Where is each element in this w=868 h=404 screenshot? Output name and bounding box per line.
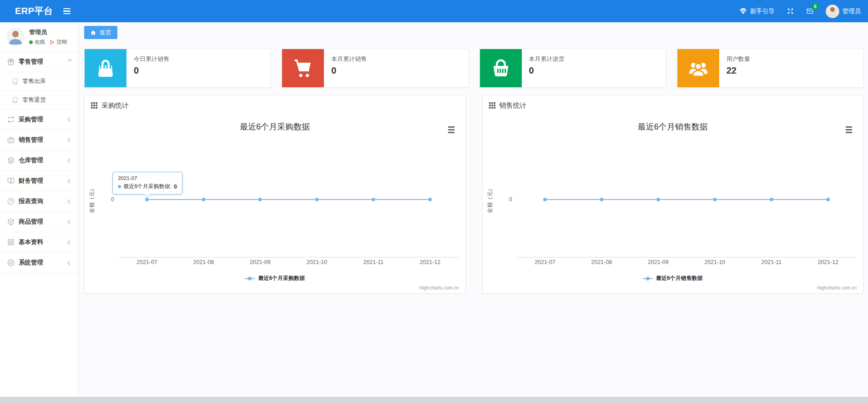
messages-button[interactable]: 0 <box>806 7 814 15</box>
user-name: 管理员 <box>843 7 861 15</box>
repeat-icon <box>7 116 15 123</box>
stat-label: 用户数量 <box>727 55 750 63</box>
book-icon <box>12 97 18 103</box>
svg-text:0: 0 <box>509 196 512 203</box>
tooltip-series-label: 最近6个月采购数据: <box>123 183 172 190</box>
panel-heading: 销售统计 <box>500 101 527 110</box>
tab-home[interactable]: 首页 <box>84 26 117 39</box>
chart-legend-item[interactable]: 最近6个月采购数据 <box>85 274 465 282</box>
series-dot-icon <box>118 185 121 188</box>
purchase-chart: 最近6个月采购数据 2021-072021-082021-092021-1020… <box>85 115 465 293</box>
svg-text:2021-11: 2021-11 <box>363 259 384 265</box>
sidebar-item-finance[interactable]: 财务管理 <box>0 171 78 191</box>
stat-label: 今日累计销售 <box>134 55 169 63</box>
svg-text:2021-08: 2021-08 <box>591 259 612 265</box>
chart-title: 最近6个月采购数据 <box>85 121 465 132</box>
stat-cards-row: 今日累计销售 0 本月累计销售 0 本月累计进货 0 <box>84 49 863 88</box>
pie-chart-icon <box>7 198 15 205</box>
chevron-left-icon <box>68 179 72 183</box>
line-chart-plot: 2021-072021-082021-092021-102021-112021-… <box>85 143 465 274</box>
sidebar-menu: 零售管理 零售出库 零售退货 采购管理 销售管理 仓库管理 <box>0 52 78 273</box>
online-status-label: 在线 <box>35 39 45 45</box>
stat-label: 本月累计进货 <box>529 55 565 63</box>
chevron-down-icon <box>68 59 72 64</box>
user-avatar <box>826 5 839 18</box>
fullscreen-button[interactable] <box>787 7 794 15</box>
box-icon <box>7 218 15 225</box>
chart-credits[interactable]: Highcharts.com.cn <box>817 285 857 290</box>
chart-context-menu-button[interactable] <box>845 125 853 134</box>
gift-icon <box>7 58 15 65</box>
chart-title: 最近6个月销售数据 <box>483 121 863 132</box>
chart-context-menu-button[interactable] <box>447 125 455 134</box>
th-grid-icon <box>489 102 495 109</box>
charts-row: 采购统计 最近6个月采购数据 2021-072021-082021-092021… <box>84 95 863 294</box>
purchase-stats-panel: 采购统计 最近6个月采购数据 2021-072021-082021-092021… <box>84 95 466 294</box>
book-open-icon <box>7 177 15 185</box>
sales-chart: 最近6个月销售数据 2021-072021-082021-092021-1020… <box>483 115 863 293</box>
shopping-cart-icon <box>282 49 324 87</box>
svg-text:2021-12: 2021-12 <box>818 259 838 265</box>
sidebar-item-system[interactable]: 系统管理 <box>0 253 78 273</box>
tooltip-value: 0 <box>174 184 177 190</box>
svg-text:金额（元）: 金额（元） <box>486 186 493 214</box>
svg-text:2021-11: 2021-11 <box>761 259 782 265</box>
chart-credits[interactable]: Highcharts.com.cn <box>419 285 459 290</box>
stat-card-month-sales: 本月累计销售 0 <box>282 49 468 88</box>
stat-value: 22 <box>727 65 750 76</box>
home-icon <box>90 30 96 36</box>
sidebar-item-purchase[interactable]: 采购管理 <box>0 110 78 130</box>
content-area: 首页 今日累计销售 0 本月累计销售 0 <box>78 22 868 397</box>
legend-label: 最近6个月销售数据 <box>656 274 703 282</box>
sidebar-item-retail-outbound[interactable]: 零售出库 <box>0 72 78 91</box>
chevron-left-icon <box>68 158 72 163</box>
users-icon <box>677 49 719 87</box>
svg-text:2021-12: 2021-12 <box>419 259 440 265</box>
user-menu[interactable]: 管理员 <box>826 5 861 18</box>
svg-text:2021-09: 2021-09 <box>648 259 669 265</box>
stat-value: 0 <box>529 65 565 76</box>
stat-value: 0 <box>331 65 367 76</box>
sidebar-item-basic-data[interactable]: 基本资料 <box>0 232 78 253</box>
svg-text:2021-08: 2021-08 <box>193 259 214 265</box>
sidebar-item-retail-return[interactable]: 零售退货 <box>0 91 78 110</box>
chevron-left-icon <box>68 219 72 224</box>
svg-text:2021-10: 2021-10 <box>704 259 725 265</box>
sidebar-item-warehouse[interactable]: 仓库管理 <box>0 150 78 171</box>
profile-name: 管理员 <box>29 28 67 36</box>
chevron-left-icon <box>68 199 72 204</box>
sidebar-profile: 管理员 在线 注销 <box>0 22 78 52</box>
stat-label: 本月累计销售 <box>331 55 367 63</box>
svg-text:0: 0 <box>111 196 114 203</box>
sidebar-item-products[interactable]: 商品管理 <box>0 212 78 232</box>
svg-text:2021-09: 2021-09 <box>250 259 271 265</box>
shopping-basket-icon <box>480 49 522 87</box>
legend-marker-icon <box>643 276 653 281</box>
layers-icon <box>7 157 15 164</box>
sidebar-toggle-button[interactable] <box>63 8 71 15</box>
line-chart-plot: 2021-072021-082021-092021-102021-112021-… <box>483 143 863 274</box>
sales-stats-panel: 销售统计 最近6个月销售数据 2021-072021-082021-092021… <box>482 95 864 294</box>
online-status-dot <box>29 40 33 44</box>
logout-link[interactable]: 注销 <box>50 39 67 45</box>
chevron-left-icon <box>68 138 72 142</box>
chevron-left-icon <box>68 117 72 122</box>
sidebar: 管理员 在线 注销 零售管理 零售出库 <box>0 22 78 397</box>
sidebar-item-retail[interactable]: 零售管理 <box>0 52 78 72</box>
guide-button[interactable]: 新手引导 <box>739 7 775 15</box>
stat-card-month-purchases: 本月累计进货 0 <box>479 49 666 88</box>
stat-card-user-count: 用户数量 22 <box>677 49 863 88</box>
book-icon <box>12 78 18 85</box>
briefcase-icon <box>7 136 15 144</box>
svg-text:2021-07: 2021-07 <box>136 259 157 265</box>
sidebar-item-sales[interactable]: 销售管理 <box>0 130 78 150</box>
legend-marker-icon <box>245 276 255 281</box>
stat-card-today-sales: 今日累计销售 0 <box>84 49 271 88</box>
shopping-bag-icon <box>85 49 126 87</box>
svg-text:金额（元）: 金额（元） <box>89 186 95 214</box>
sidebar-item-reports[interactable]: 报表查询 <box>0 191 78 212</box>
chart-legend-item[interactable]: 最近6个月销售数据 <box>483 274 863 282</box>
sign-out-icon <box>50 40 55 45</box>
tooltip-date: 2021-07 <box>118 175 177 181</box>
gear-icon <box>7 259 15 266</box>
